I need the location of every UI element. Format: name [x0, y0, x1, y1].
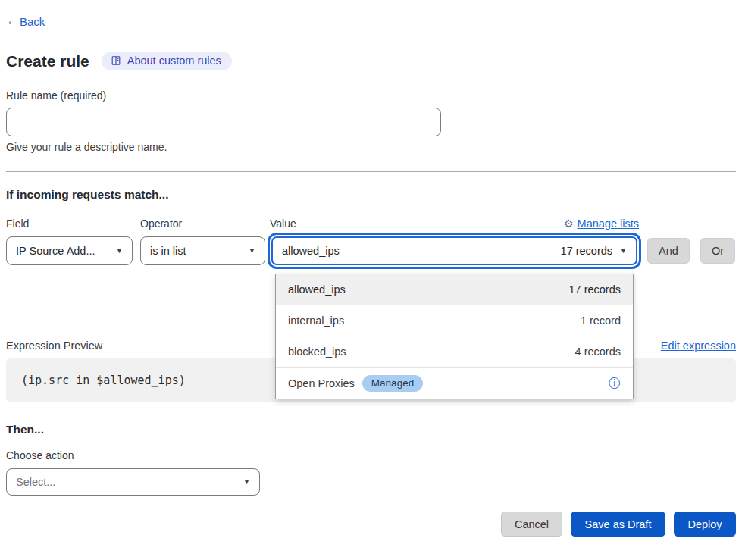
cancel-button[interactable]: Cancel: [501, 512, 562, 537]
gear-icon: ⚙: [564, 217, 574, 230]
chevron-down-icon: ▼: [620, 247, 627, 255]
back-link[interactable]: ← Back: [6, 14, 45, 29]
field-select[interactable]: IP Source Add... ▼: [6, 236, 133, 265]
list-item-blocked-ips[interactable]: blocked_ips 4 records: [276, 336, 633, 368]
footer-actions: Cancel Save as Draft Deploy: [6, 512, 736, 537]
list-item-count: 1 record: [581, 314, 621, 327]
list-item-count: 17 records: [568, 283, 621, 296]
choose-action-label: Choose action: [6, 449, 736, 461]
create-rule-page: ← Back Create rule About custom rules Ru…: [0, 0, 742, 537]
value-label: Value: [270, 217, 296, 230]
about-badge-label: About custom rules: [127, 55, 221, 67]
list-item-name: internal_ips: [288, 314, 344, 327]
book-icon: [111, 55, 121, 66]
value-dropdown-menu: allowed_ips 17 records internal_ips 1 re…: [275, 274, 634, 399]
list-item-internal-ips[interactable]: internal_ips 1 record: [276, 305, 633, 336]
list-item-count: 4 records: [575, 346, 621, 358]
operator-select-value: is in list: [150, 245, 186, 257]
rule-name-label: Rule name (required): [6, 89, 736, 102]
operator-select[interactable]: is in list ▼: [140, 236, 265, 265]
rule-name-input[interactable]: [6, 108, 441, 136]
deploy-button[interactable]: Deploy: [674, 512, 736, 537]
manage-lists-link[interactable]: ⚙ Manage lists: [564, 217, 639, 230]
field-select-value: IP Source Add...: [16, 245, 95, 257]
chevron-down-icon: ▼: [243, 478, 250, 486]
list-item-name: allowed_ips: [288, 283, 346, 296]
and-button[interactable]: And: [647, 238, 690, 264]
about-custom-rules-badge[interactable]: About custom rules: [102, 52, 232, 70]
chevron-down-icon: ▼: [249, 247, 255, 255]
value-select-count: 17 records: [561, 245, 613, 257]
managed-badge: Managed: [362, 375, 423, 392]
or-button[interactable]: Or: [700, 238, 735, 264]
back-arrow-icon: ←: [6, 14, 19, 29]
edit-expression-link[interactable]: Edit expression: [661, 339, 736, 352]
expression-code: (ip.src in $allowed_ips): [21, 374, 186, 387]
page-title: Create rule: [6, 52, 89, 70]
manage-lists-label: Manage lists: [578, 217, 639, 230]
list-item-allowed-ips[interactable]: allowed_ips 17 records: [276, 274, 633, 305]
save-as-draft-button[interactable]: Save as Draft: [571, 512, 665, 537]
section-divider: [6, 171, 736, 172]
action-select[interactable]: Select... ▼: [6, 468, 260, 496]
chevron-down-icon: ▼: [116, 247, 123, 255]
value-select-name: allowed_ips: [282, 245, 340, 257]
info-icon[interactable]: ⓘ: [609, 377, 621, 389]
list-item-name: Open Proxies: [288, 377, 355, 389]
condition-labels-row: Field Operator Value ⚙ Manage lists: [6, 217, 736, 230]
expression-preview-label: Expression Preview: [6, 339, 102, 352]
action-select-placeholder: Select...: [16, 476, 55, 488]
rule-name-helper: Give your rule a descriptive name.: [6, 141, 736, 153]
list-item-open-proxies[interactable]: Open Proxies Managed ⓘ: [276, 368, 633, 399]
list-item-name: blocked_ips: [288, 346, 346, 358]
back-link-label: Back: [20, 15, 45, 28]
value-select[interactable]: allowed_ips 17 records ▼: [271, 236, 637, 265]
match-section-heading: If incoming requests match...: [6, 188, 736, 202]
field-label: Field: [6, 217, 133, 230]
then-section-heading: Then...: [6, 423, 736, 436]
condition-controls-row: IP Source Add... ▼ is in list ▼ allowed_…: [6, 236, 736, 265]
back-row: ← Back: [6, 14, 736, 29]
title-row: Create rule About custom rules: [6, 52, 736, 70]
operator-label: Operator: [140, 217, 265, 230]
